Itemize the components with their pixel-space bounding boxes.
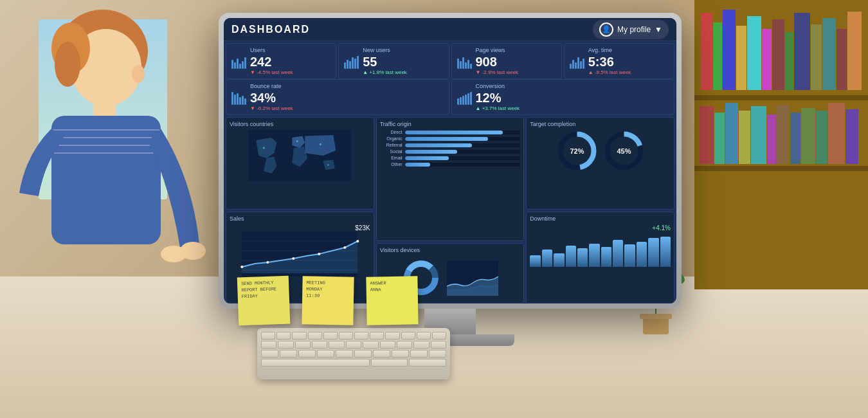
svg-rect-20: [751, 106, 766, 164]
key-row-1: [261, 332, 446, 340]
target-donuts: 72% 45%: [530, 130, 671, 172]
traffic-bar-row: Referral: [380, 143, 521, 147]
middle-column: Traffic origin Direct Organic Referral S…: [376, 117, 525, 304]
traffic-bar-chart: Direct Organic Referral Social Email: [380, 130, 521, 167]
bounce-rate-title: Bounce rate: [250, 83, 293, 89]
users-mini-chart: [231, 53, 246, 69]
svg-rect-32: [51, 116, 161, 244]
visitors-devices-title: Visitors devices: [380, 247, 521, 253]
key: [397, 341, 412, 349]
downtime-bar: [637, 242, 647, 266]
traffic-bar-bg: [405, 150, 521, 154]
page-views-title: Page views: [476, 47, 519, 53]
svg-point-58: [356, 240, 359, 242]
downtime-bar: [566, 246, 576, 266]
key: [370, 332, 384, 340]
key: [431, 341, 446, 349]
page-views-change: ▼ -2.9% last week: [476, 69, 519, 75]
key: [336, 350, 353, 358]
page-views-mini-chart: [457, 53, 472, 69]
svg-rect-15: [694, 95, 868, 100]
traffic-bar-row: Email: [380, 156, 521, 160]
svg-rect-13: [836, 29, 847, 90]
svg-point-44: [263, 147, 265, 149]
svg-rect-12: [822, 18, 836, 90]
traffic-bar-bg: [405, 163, 521, 167]
left-column: Visitors countries: [226, 117, 374, 304]
key: [392, 350, 409, 358]
key: [409, 359, 446, 367]
downtime-bar: [554, 253, 564, 267]
key: [354, 350, 372, 358]
svg-rect-4: [723, 10, 736, 90]
svg-point-55: [292, 257, 294, 260]
downtime-bar: [542, 250, 552, 266]
avg-time-change: ▲ -9.5% last week: [588, 69, 631, 75]
downtime-bar: [601, 247, 611, 267]
visitors-countries-title: Visitors countries: [230, 121, 370, 127]
sales-line-chart: [230, 232, 370, 277]
key: [371, 359, 408, 367]
traffic-bar-label: Email: [380, 156, 402, 160]
stats-top-row: Users 242 ▼ -4.5% last week: [224, 41, 676, 79]
traffic-bar-row: Organic: [380, 136, 521, 141]
downtime-bar: [648, 238, 658, 266]
downtime-bar: [624, 244, 635, 266]
sticky-note-2: MEETINGMONDAY11:30: [302, 276, 354, 325]
svg-rect-27: [845, 109, 858, 164]
key: [278, 341, 293, 349]
downtime-bar: [530, 255, 540, 267]
svg-rect-17: [714, 113, 725, 164]
svg-point-47: [327, 164, 329, 165]
profile-button[interactable]: 👤 My profile ▼: [593, 20, 669, 39]
svg-point-39: [161, 246, 186, 262]
svg-point-54: [266, 261, 269, 264]
bounce-rate-card: Bounce rate 34% ▼ -6.2% last week: [226, 79, 449, 115]
downtime-bar: [613, 240, 623, 266]
svg-rect-18: [725, 103, 738, 164]
bounce-mini-chart: [231, 89, 246, 105]
svg-point-57: [343, 246, 346, 249]
key: [410, 350, 428, 358]
new-users-card: New users 55 ▲ +1.8% last week: [338, 43, 449, 79]
key: [373, 350, 390, 358]
svg-text:45%: 45%: [617, 147, 631, 155]
svg-rect-24: [801, 108, 815, 164]
keyboard: [257, 328, 450, 379]
key: [413, 341, 429, 349]
key: [317, 350, 334, 358]
key: [354, 332, 368, 340]
svg-rect-8: [772, 19, 784, 90]
downtime-bar: [577, 248, 588, 266]
dropdown-icon: ▼: [655, 25, 662, 34]
avg-time-card: Avg. time 5:36 ▲ -9.5% last week: [564, 43, 674, 79]
svg-text:72%: 72%: [570, 147, 584, 155]
page-views-value: 908: [476, 55, 519, 69]
key: [385, 332, 399, 340]
downtime-change: +4.1%: [530, 224, 671, 232]
key: [312, 341, 327, 349]
profile-label: My profile: [617, 25, 651, 34]
downtime-bar-chart: [530, 232, 671, 267]
key-row-4: [261, 359, 446, 367]
conversion-value: 12%: [476, 91, 520, 105]
key: [363, 341, 378, 349]
key: [329, 341, 344, 349]
conversion-change: ▲ +3.7% last week: [476, 105, 520, 111]
key: [261, 350, 278, 358]
traffic-bar-row: Other: [380, 162, 521, 167]
traffic-bar-fill: [405, 143, 472, 147]
svg-rect-9: [785, 32, 793, 90]
traffic-bar-fill: [405, 163, 431, 167]
sales-value: $23K: [230, 224, 370, 232]
avg-time-title: Avg. time: [588, 47, 631, 53]
traffic-bar-row: Social: [380, 149, 521, 154]
downtime-bar: [660, 237, 671, 267]
key: [417, 332, 431, 340]
key: [308, 332, 322, 340]
new-users-mini-chart: [344, 53, 359, 69]
svg-point-45: [296, 140, 298, 142]
page-views-card: Page views 908 ▼ -2.9% last week: [451, 43, 562, 79]
svg-rect-28: [694, 166, 868, 171]
target-donut-2: 45%: [603, 130, 645, 172]
